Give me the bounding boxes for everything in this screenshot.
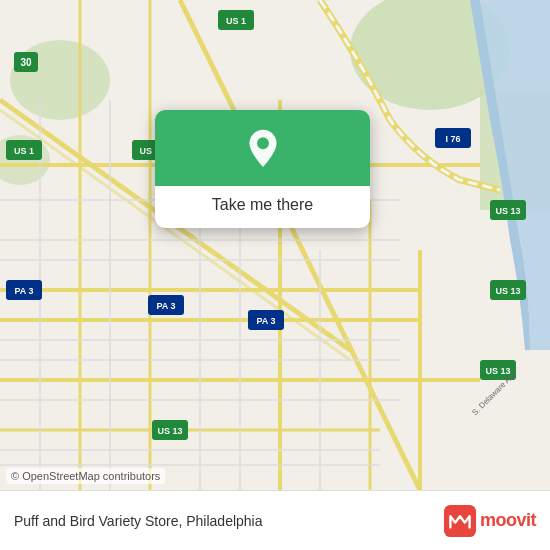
svg-point-56 [257, 137, 269, 149]
svg-text:US 1: US 1 [226, 16, 246, 26]
svg-text:US 13: US 13 [157, 426, 182, 436]
map-container: US 1 30 US 1 US 30 I 76 US 13 US 13 US 1… [0, 0, 550, 490]
svg-text:30: 30 [20, 57, 32, 68]
svg-text:US 13: US 13 [495, 206, 520, 216]
svg-text:PA 3: PA 3 [14, 286, 33, 296]
svg-rect-57 [444, 505, 476, 537]
map-background: US 1 30 US 1 US 30 I 76 US 13 US 13 US 1… [0, 0, 550, 490]
svg-text:PA 3: PA 3 [256, 316, 275, 326]
popup-top [155, 110, 370, 186]
svg-text:PA 3: PA 3 [156, 301, 175, 311]
location-pin-icon [241, 128, 285, 172]
popup-card[interactable]: Take me there [155, 110, 370, 228]
copyright-text: © OpenStreetMap contributors [6, 468, 165, 484]
moovit-icon [444, 505, 476, 537]
svg-text:US 13: US 13 [495, 286, 520, 296]
moovit-logo: moovit [444, 505, 536, 537]
moovit-name: moovit [480, 510, 536, 531]
bottom-bar: Puff and Bird Variety Store, Philadelphi… [0, 490, 550, 550]
svg-text:US 1: US 1 [14, 146, 34, 156]
location-text: Puff and Bird Variety Store, Philadelphi… [14, 513, 444, 529]
svg-text:I 76: I 76 [445, 134, 460, 144]
take-me-there-button[interactable]: Take me there [196, 186, 329, 228]
